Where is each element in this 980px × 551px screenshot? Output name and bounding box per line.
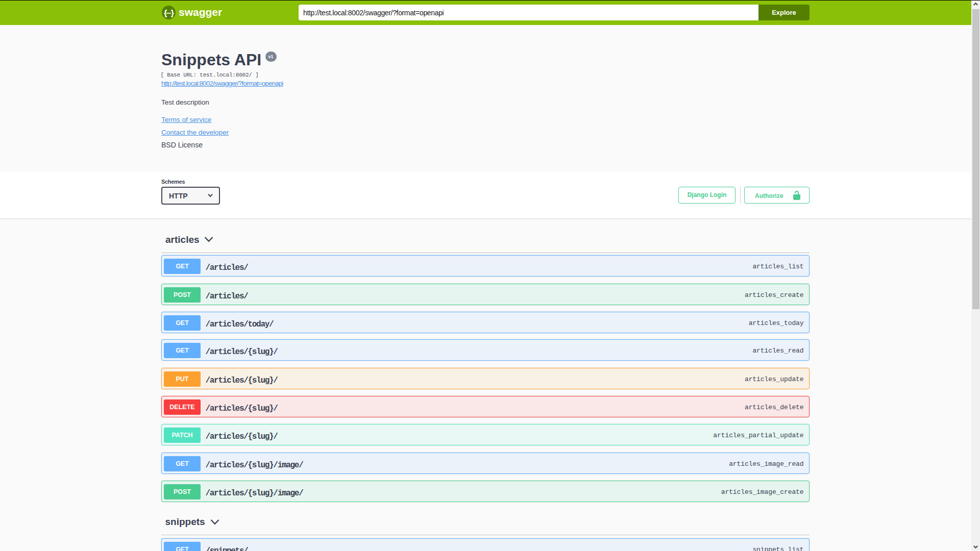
svg-text:}: } [171,8,175,18]
